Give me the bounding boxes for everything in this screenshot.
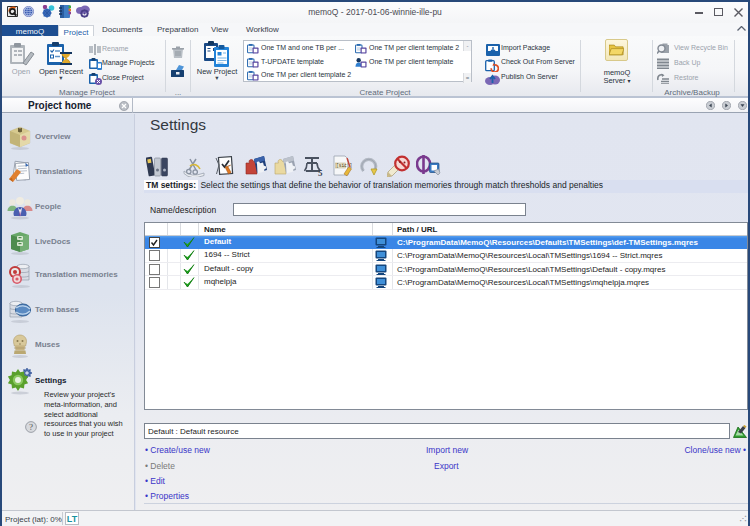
svg-text:?: ?: [29, 422, 33, 432]
svg-text:5: 5: [318, 168, 323, 177]
